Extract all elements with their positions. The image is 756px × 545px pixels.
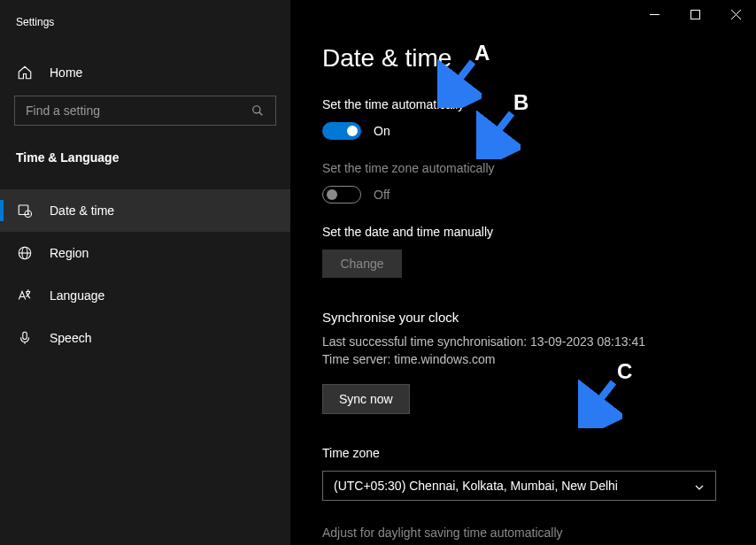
- search-input[interactable]: [14, 96, 276, 126]
- svg-rect-7: [23, 332, 27, 339]
- auto-time-label: Set the time automatically: [322, 97, 724, 111]
- sidebar-item-label: Speech: [50, 331, 91, 345]
- sidebar-item-label: Region: [50, 246, 89, 260]
- search-icon: [251, 104, 265, 118]
- auto-tz-label: Set the time zone automatically: [322, 161, 724, 175]
- sync-heading: Synchronise your clock: [322, 310, 724, 325]
- maximize-button[interactable]: [675, 0, 715, 28]
- change-button[interactable]: Change: [322, 249, 402, 278]
- svg-line-1: [259, 112, 263, 116]
- sidebar-item-label: Language: [50, 288, 104, 303]
- timezone-dropdown[interactable]: (UTC+05:30) Chennai, Kolkata, Mumbai, Ne…: [322, 471, 716, 501]
- sync-info: Last successful time synchronisation: 13…: [322, 334, 724, 368]
- section-title: Time & Language: [0, 150, 290, 165]
- auto-time-state: On: [374, 124, 390, 138]
- sidebar-item-region[interactable]: Region: [0, 232, 290, 274]
- auto-tz-toggle[interactable]: [322, 186, 361, 203]
- page-title: Date & time: [322, 44, 724, 73]
- sidebar: Settings Home Time & Language Date & tim…: [0, 0, 290, 545]
- titlebar: [290, 0, 756, 28]
- language-icon: [16, 287, 34, 304]
- app-title: Settings: [0, 16, 290, 28]
- auto-time-toggle[interactable]: [322, 122, 361, 140]
- sidebar-item-date-time[interactable]: Date & time: [0, 189, 290, 232]
- daylight-label: Adjust for daylight saving time automati…: [322, 526, 724, 540]
- microphone-icon: [16, 329, 34, 347]
- sidebar-item-label: Date & time: [50, 203, 114, 218]
- home-label: Home: [50, 65, 82, 80]
- sync-now-button[interactable]: Sync now: [322, 384, 410, 414]
- svg-rect-2: [19, 205, 28, 215]
- auto-time-toggle-row: On: [322, 122, 724, 140]
- search-field[interactable]: [26, 104, 251, 118]
- globe-icon: [16, 244, 34, 262]
- auto-tz-toggle-row: Off: [322, 186, 724, 203]
- svg-rect-9: [690, 10, 699, 19]
- sidebar-item-speech[interactable]: Speech: [0, 317, 290, 359]
- auto-tz-state: Off: [374, 188, 390, 202]
- main-content: Date & time Set the time automatically O…: [290, 0, 756, 545]
- sidebar-item-language[interactable]: Language: [0, 274, 290, 317]
- close-button[interactable]: [715, 0, 756, 28]
- home-icon: [16, 64, 34, 81]
- sync-server-line: Time server: time.windows.com: [322, 351, 724, 369]
- manual-label: Set the date and time manually: [322, 225, 724, 239]
- minimize-button[interactable]: [634, 0, 675, 28]
- timezone-label: Time zone: [322, 446, 724, 460]
- svg-point-0: [253, 106, 260, 113]
- timezone-value: (UTC+05:30) Chennai, Kolkata, Mumbai, Ne…: [334, 479, 694, 493]
- content: Date & time Set the time automatically O…: [290, 28, 756, 545]
- home-nav[interactable]: Home: [0, 64, 290, 81]
- calendar-clock-icon: [16, 202, 34, 219]
- sync-last-line: Last successful time synchronisation: 13…: [322, 334, 724, 351]
- chevron-down-icon: [694, 480, 705, 491]
